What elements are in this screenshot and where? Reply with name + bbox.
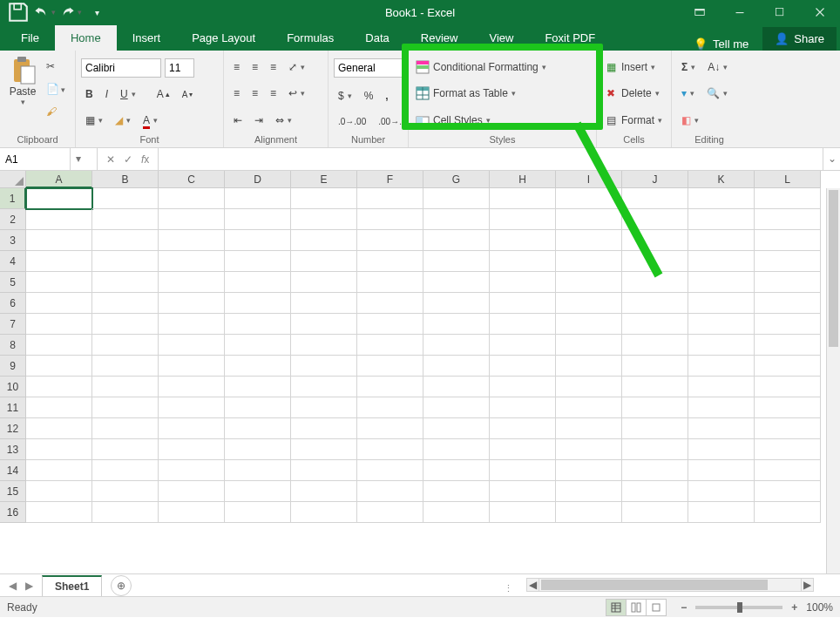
cell[interactable] bbox=[26, 481, 92, 502]
italic-button[interactable]: I bbox=[101, 85, 112, 103]
scroll-right-button[interactable]: ▶ bbox=[801, 579, 813, 591]
cell[interactable] bbox=[423, 188, 490, 209]
row-header[interactable]: 11 bbox=[0, 397, 26, 418]
cell[interactable] bbox=[688, 209, 755, 230]
cell[interactable] bbox=[92, 397, 159, 418]
cell[interactable] bbox=[92, 188, 159, 209]
format-as-table-button[interactable]: Format as Table ▾ bbox=[414, 85, 591, 102]
cell[interactable] bbox=[225, 481, 291, 502]
font-size-input[interactable] bbox=[165, 58, 194, 78]
cell[interactable] bbox=[159, 439, 225, 460]
cell[interactable] bbox=[159, 251, 225, 272]
tab-file[interactable]: File bbox=[5, 25, 55, 51]
cell[interactable] bbox=[490, 188, 556, 209]
zoom-level[interactable]: 100% bbox=[806, 601, 833, 614]
cell[interactable] bbox=[622, 356, 688, 377]
font-name-input[interactable] bbox=[81, 58, 161, 78]
align-top-button[interactable]: ≡ bbox=[229, 58, 244, 76]
cell[interactable] bbox=[755, 293, 821, 314]
close-button[interactable] bbox=[800, 0, 840, 24]
cell[interactable] bbox=[357, 272, 423, 293]
cell[interactable] bbox=[622, 188, 688, 209]
cell[interactable] bbox=[490, 272, 556, 293]
align-bottom-button[interactable]: ≡ bbox=[266, 58, 281, 76]
cell[interactable] bbox=[688, 335, 755, 356]
cell[interactable] bbox=[92, 209, 159, 230]
minimize-button[interactable] bbox=[720, 0, 760, 24]
number-format-input[interactable] bbox=[334, 58, 403, 78]
cancel-formula-button[interactable]: ✕ bbox=[106, 153, 115, 166]
column-header[interactable]: G bbox=[423, 171, 490, 188]
increase-indent-button[interactable]: ⇥ bbox=[250, 112, 268, 129]
cell[interactable] bbox=[357, 356, 423, 377]
cell[interactable] bbox=[490, 251, 556, 272]
cell[interactable] bbox=[225, 356, 291, 377]
zoom-in-button[interactable]: + bbox=[788, 601, 801, 614]
cell[interactable] bbox=[423, 335, 490, 356]
cell[interactable] bbox=[357, 502, 423, 523]
cell[interactable] bbox=[159, 397, 225, 418]
orientation-button[interactable]: ⤢ bbox=[284, 58, 309, 76]
accounting-format-button[interactable]: $ bbox=[334, 87, 356, 105]
cell[interactable] bbox=[357, 230, 423, 251]
cell[interactable] bbox=[556, 188, 622, 209]
column-header[interactable]: I bbox=[556, 171, 622, 188]
cell[interactable] bbox=[556, 314, 622, 335]
cell[interactable] bbox=[490, 481, 556, 502]
cell[interactable] bbox=[291, 356, 357, 377]
copy-button[interactable]: 📄 bbox=[42, 80, 70, 98]
cell[interactable] bbox=[622, 272, 688, 293]
qat-customize[interactable]: ▾ bbox=[85, 2, 108, 23]
cell[interactable] bbox=[688, 418, 755, 439]
tab-page-layout[interactable]: Page Layout bbox=[176, 25, 271, 51]
cell[interactable] bbox=[755, 230, 821, 251]
column-header[interactable]: E bbox=[291, 171, 357, 188]
row-header[interactable]: 6 bbox=[0, 293, 26, 314]
row-header[interactable]: 1 bbox=[0, 188, 26, 209]
cell[interactable] bbox=[490, 397, 556, 418]
row-header[interactable]: 12 bbox=[0, 418, 26, 439]
expand-formula-bar[interactable]: ⌄ bbox=[823, 148, 840, 170]
cell[interactable] bbox=[688, 460, 755, 481]
cell[interactable] bbox=[159, 502, 225, 523]
autosum-button[interactable]: Σ bbox=[677, 58, 700, 76]
tab-foxit-pdf[interactable]: Foxit PDF bbox=[529, 25, 611, 51]
cell[interactable] bbox=[159, 188, 225, 209]
cell[interactable] bbox=[622, 209, 688, 230]
cell[interactable] bbox=[423, 397, 490, 418]
cell[interactable] bbox=[688, 188, 755, 209]
cell[interactable] bbox=[159, 460, 225, 481]
cell[interactable] bbox=[755, 356, 821, 377]
cell[interactable] bbox=[225, 209, 291, 230]
cell[interactable] bbox=[291, 251, 357, 272]
cell[interactable] bbox=[26, 439, 92, 460]
cell[interactable] bbox=[490, 356, 556, 377]
cell[interactable] bbox=[357, 481, 423, 502]
cell[interactable] bbox=[291, 481, 357, 502]
cell[interactable] bbox=[490, 377, 556, 397]
row-header[interactable]: 16 bbox=[0, 502, 26, 523]
cell[interactable] bbox=[688, 230, 755, 251]
decrease-decimal-button[interactable]: .00→.0 bbox=[374, 114, 410, 129]
fill-button[interactable]: ▾ bbox=[677, 85, 699, 102]
cell[interactable] bbox=[26, 418, 92, 439]
decrease-font-button[interactable]: A▾ bbox=[178, 87, 198, 102]
row-header[interactable]: 7 bbox=[0, 314, 26, 335]
tab-insert[interactable]: Insert bbox=[117, 25, 177, 51]
cell[interactable] bbox=[423, 293, 490, 314]
cell[interactable] bbox=[357, 335, 423, 356]
cell[interactable] bbox=[556, 377, 622, 397]
column-header[interactable]: C bbox=[159, 171, 225, 188]
cell[interactable] bbox=[688, 481, 755, 502]
horizontal-scrollbar[interactable]: ◀ ▶ bbox=[526, 578, 814, 592]
tell-me[interactable]: 💡Tell me bbox=[680, 37, 762, 51]
cell[interactable] bbox=[490, 230, 556, 251]
cell[interactable] bbox=[357, 460, 423, 481]
cell[interactable] bbox=[622, 335, 688, 356]
cell[interactable] bbox=[92, 460, 159, 481]
cell[interactable] bbox=[26, 335, 92, 356]
cell[interactable] bbox=[423, 460, 490, 481]
cell[interactable] bbox=[755, 188, 821, 209]
cell[interactable] bbox=[159, 230, 225, 251]
cell[interactable] bbox=[26, 377, 92, 397]
